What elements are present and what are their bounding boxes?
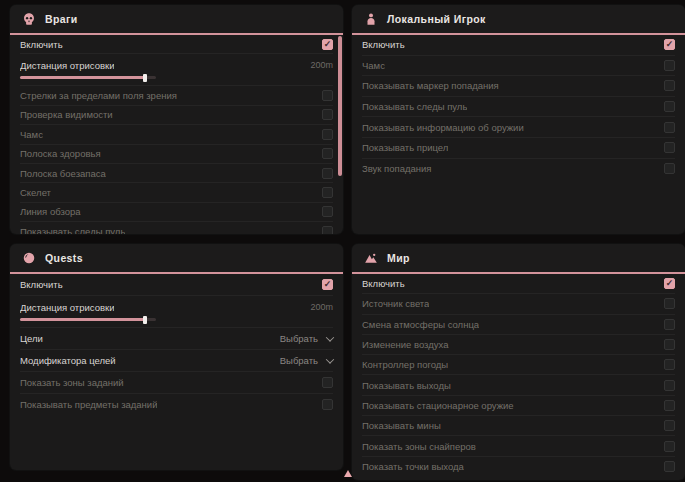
row-label: Показывать предметы заданий	[20, 399, 157, 410]
row-label: Скелет	[20, 187, 51, 198]
checkbox-unchecked[interactable]	[664, 319, 675, 330]
checkbox-unchecked[interactable]	[664, 359, 675, 370]
dropdown-select[interactable]: Выбрать	[280, 355, 333, 366]
checkmark-icon: ✓	[666, 279, 674, 288]
toggle-row: Показать зоны заданий	[20, 372, 333, 394]
checkbox-unchecked[interactable]	[322, 90, 333, 101]
checkbox-unchecked[interactable]	[664, 400, 675, 411]
person-icon	[364, 12, 378, 26]
toggle-row: Источник света	[362, 294, 675, 314]
row-label: Включить	[20, 279, 63, 290]
dropdown-value: Выбрать	[280, 355, 318, 366]
checkbox-unchecked[interactable]	[322, 187, 333, 198]
checkbox-unchecked[interactable]	[664, 142, 675, 153]
checkbox-unchecked[interactable]	[664, 420, 675, 431]
checkbox-unchecked[interactable]	[322, 109, 333, 120]
row-label: Чамс	[20, 129, 43, 140]
slider-track[interactable]	[20, 76, 156, 79]
row-label: Контроллер погоды	[362, 359, 448, 370]
checkbox-unchecked[interactable]	[664, 339, 675, 350]
checkbox-unchecked[interactable]	[322, 168, 333, 179]
panel-world-title: Мир	[387, 252, 410, 264]
panel-world: Мир Включить✓Источник светаСмена атмосфе…	[352, 244, 685, 480]
checkbox-unchecked[interactable]	[322, 226, 333, 234]
row-label: Показывать маркер попадания	[362, 80, 499, 91]
panel-local-player-title: Локальный Игрок	[387, 13, 486, 25]
checkbox-unchecked[interactable]	[322, 399, 333, 410]
row-label: Звук попадания	[362, 163, 432, 174]
slider-track[interactable]	[20, 318, 156, 321]
toggle-row: Чамс	[362, 56, 675, 77]
toggle-row: Показывать стационарное оружие	[362, 396, 675, 416]
panel-world-header: Мир	[352, 244, 685, 274]
checkbox-unchecked[interactable]	[664, 60, 675, 71]
checkbox-unchecked[interactable]	[664, 122, 675, 133]
panel-quests: Quests Включить✓Дистанция отрисовки200mЦ…	[10, 244, 343, 470]
checkbox-unchecked[interactable]	[664, 380, 675, 391]
enemies-scrollbar[interactable]	[338, 36, 342, 176]
slider-label: Дистанция отрисовки	[20, 302, 114, 313]
panel-quests-body: Включить✓Дистанция отрисовки200mЦелиВыбр…	[10, 274, 343, 415]
checkbox-unchecked[interactable]	[322, 206, 333, 217]
toggle-row: Включить✓	[20, 35, 333, 54]
slider-value: 200m	[310, 60, 333, 70]
toggle-row: Показывать следы пуль	[20, 222, 333, 234]
panel-enemies-body: Включить✓Дистанция отрисовки200mСтрелки …	[10, 35, 343, 234]
dropdown-select[interactable]: Выбрать	[280, 333, 333, 344]
panel-enemies-title: Враги	[45, 13, 78, 25]
row-label: Цели	[20, 333, 43, 344]
toggle-row: Показывать предметы заданий	[20, 394, 333, 415]
checkbox-checked[interactable]: ✓	[322, 279, 333, 290]
row-label: Полоска здоровья	[20, 148, 101, 159]
checkbox-unchecked[interactable]	[664, 101, 675, 112]
row-label: Смена атмосферы солнца	[362, 319, 479, 330]
panel-enemies: Враги Включить✓Дистанция отрисовки200mСт…	[10, 5, 343, 234]
row-label: Показать зоны заданий	[20, 377, 124, 388]
row-label: Включить	[20, 39, 63, 50]
checkbox-unchecked[interactable]	[322, 148, 333, 159]
row-label: Показывать прицел	[362, 142, 448, 153]
checkbox-checked[interactable]: ✓	[664, 278, 675, 289]
row-label: Стрелки за пределами поля зрения	[20, 90, 177, 101]
checkbox-unchecked[interactable]	[322, 129, 333, 140]
toggle-row: Полоска здоровья	[20, 145, 333, 164]
slider-row: Дистанция отрисовки200m	[20, 296, 333, 328]
row-label: Источник света	[362, 298, 429, 309]
row-label: Включить	[362, 278, 405, 289]
dropdown-row: Модификатора целейВыбрать	[20, 350, 333, 372]
row-label: Показывать мины	[362, 420, 441, 431]
toggle-row: Показывать маркер попадания	[362, 76, 675, 97]
toggle-row: Показать точки выхода	[362, 457, 675, 476]
row-label: Показывать следы пуль	[362, 101, 467, 112]
checkbox-unchecked[interactable]	[664, 80, 675, 91]
toggle-row: Чамс	[20, 125, 333, 144]
row-label: Показать зоны снайперов	[362, 441, 476, 452]
toggle-row: Показывать прицел	[362, 138, 675, 159]
toggle-row: Скелет	[20, 183, 333, 202]
panel-enemies-header: Враги	[10, 5, 343, 35]
slider-thumb[interactable]	[143, 74, 147, 82]
checkmark-icon: ✓	[324, 40, 332, 49]
checkbox-unchecked[interactable]	[664, 163, 675, 174]
checkbox-unchecked[interactable]	[664, 298, 675, 309]
toggle-row: Проверка видимости	[20, 106, 333, 125]
row-label: Показывать информацию об оружии	[362, 122, 524, 133]
toggle-row: Полоска боезапаса	[20, 164, 333, 183]
checkbox-unchecked[interactable]	[322, 377, 333, 388]
row-label: Модификатора целей	[20, 355, 116, 366]
mountain-icon	[364, 251, 378, 265]
panel-local-player-header: Локальный Игрок	[352, 5, 685, 35]
slider-thumb[interactable]	[143, 316, 147, 324]
checkbox-checked[interactable]: ✓	[664, 39, 675, 50]
checkbox-checked[interactable]: ✓	[322, 39, 333, 50]
panel-local-player: Локальный Игрок Включить✓ЧамсПоказывать …	[352, 5, 685, 234]
checkmark-icon: ✓	[324, 280, 332, 289]
slider-fill	[20, 76, 146, 79]
row-label: Изменение воздуха	[362, 339, 449, 350]
toggle-row: Линия обзора	[20, 203, 333, 222]
slider-value: 200m	[310, 302, 333, 312]
checkbox-unchecked[interactable]	[664, 441, 675, 452]
skull-icon	[22, 12, 36, 26]
row-label: Показывать выходы	[362, 380, 451, 391]
checkbox-unchecked[interactable]	[664, 461, 675, 472]
